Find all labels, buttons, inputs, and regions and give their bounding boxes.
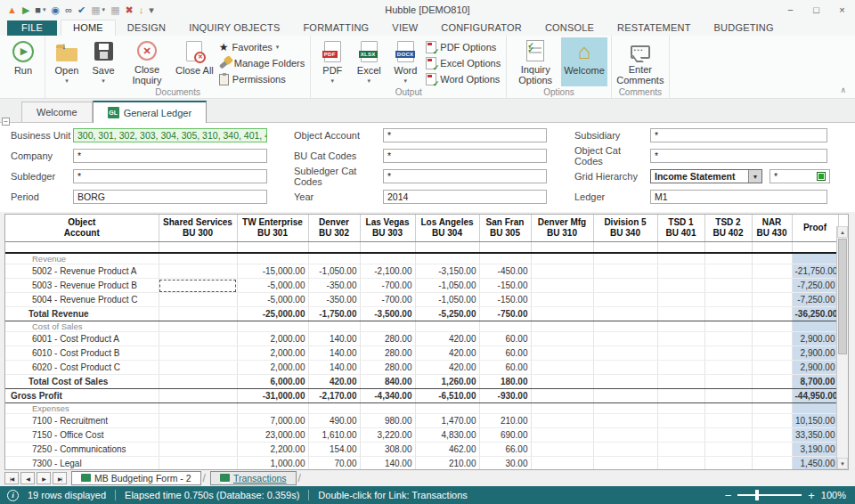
grid-cell[interactable]: -150.00 [479,279,531,293]
grid-cell[interactable]: 3,220.00 [360,428,415,443]
tab-welcome[interactable]: Welcome [21,102,93,122]
column-header-proof[interactable]: Proof [792,215,838,241]
filter-field-grid-hierarchy[interactable]: Income Statement▼ [650,169,762,183]
run-button[interactable]: ▶ Run [5,37,41,86]
grid-cell[interactable] [415,321,479,332]
grid-cell[interactable] [531,361,593,375]
grid-cell[interactable]: -700.00 [360,279,415,293]
ribbon-tab-restatement[interactable]: RESTATEMENT [606,20,702,36]
grid-cell[interactable] [792,403,838,414]
pdf-button[interactable]: PDF PDF ▾ [314,37,350,86]
welcome-button[interactable]: ⌂ Welcome [561,37,607,86]
grid-cell[interactable]: 1,610.00 [308,428,360,443]
grid-cell[interactable]: 420.00 [308,375,360,389]
grid-cell[interactable] [159,361,237,375]
close-all-button[interactable]: ✕ Close All [173,37,216,86]
grid-cell[interactable] [159,264,237,279]
grid-cell[interactable] [752,457,792,471]
grid-cell[interactable] [479,253,531,264]
grid-cell[interactable] [593,443,657,457]
permissions-button[interactable]: Permissions [219,72,305,86]
grid-cell[interactable] [704,375,752,389]
grid-cell[interactable] [657,307,704,321]
grid-cell[interactable] [415,403,479,414]
grid-cell[interactable] [593,375,657,389]
grid-cell[interactable]: -15,000.00 [237,264,308,279]
row-label[interactable]: 6010 - Cost Product B [5,346,159,361]
grid-cell[interactable]: -7,250.00 [792,279,838,293]
green-indicator-icon[interactable] [817,172,826,181]
close-inquiry-button[interactable]: ✕ Close Inquiry [122,37,172,86]
grid-cell[interactable] [531,332,593,346]
chevron-down-icon[interactable]: ▼ [748,170,761,183]
save-button[interactable]: Save ▾ [86,37,121,86]
open-button[interactable]: ↓ Open ▾ [49,37,85,86]
grid-cell[interactable] [704,293,752,307]
filter-field-year[interactable]: 2014 [383,190,547,204]
import-folder-icon[interactable]: ↓ [139,5,144,15]
grid-cell[interactable] [531,307,593,321]
grid-cell[interactable] [159,279,237,293]
grid-cell[interactable]: 462.00 [415,443,479,457]
edit-icon[interactable]: ✔ [77,5,86,15]
sheet-nav-prev-icon[interactable]: ◀ [20,472,35,484]
grid-cell[interactable] [479,403,531,414]
grid-cell[interactable] [593,293,657,307]
column-header-san-fran-bu-305[interactable]: San Fran BU 305 [479,215,531,241]
grid-cell[interactable]: 420.00 [415,332,479,346]
grid-cell[interactable]: -350.00 [308,279,360,293]
excel-options-button[interactable]: Excel Options [426,56,501,70]
grid-cell[interactable] [704,457,752,471]
filter-field-object-account[interactable]: * [383,128,547,142]
save-icon[interactable]: ■ [35,5,41,15]
grid-cell[interactable]: -1,050.00 [415,279,479,293]
grid-cell[interactable]: -1,050.00 [308,264,360,279]
column-header-tw-enterprise-bu-301[interactable]: TW Enterprise BU 301 [237,215,308,241]
grid-cell[interactable] [704,346,752,361]
grid-cell[interactable] [531,346,593,361]
grid-cell[interactable] [752,389,792,403]
grid-cell[interactable]: 420.00 [415,361,479,375]
grid-cell[interactable] [657,428,704,443]
grid-cell[interactable]: -150.00 [479,293,531,307]
ribbon-tab-budgeting[interactable]: BUDGETING [703,20,786,36]
row-label[interactable]: Expenses [5,403,159,414]
zoom-slider[interactable] [737,494,802,496]
grid-cell[interactable] [752,361,792,375]
grid-cell[interactable]: 10,150.00 [792,414,838,428]
grid-cell[interactable]: -930.00 [479,389,531,403]
grid-cell[interactable] [159,457,237,471]
grid-cell[interactable]: -44,950.00 [792,389,838,403]
grid-cell[interactable] [657,361,704,375]
grid-cell[interactable] [704,279,752,293]
grid-cell[interactable] [657,346,704,361]
grid-cell[interactable] [159,428,237,443]
grid-cell[interactable]: 840.00 [360,375,415,389]
grid-cell[interactable] [531,264,593,279]
grid-cell[interactable]: 2,900.00 [792,361,838,375]
qat-menu-icon[interactable]: ▾ [149,5,154,15]
row-label[interactable]: 5004 - Revenue Product C [5,293,159,307]
grid-cell[interactable] [531,375,593,389]
grid-cell[interactable]: 308.00 [360,443,415,457]
grid-cell[interactable] [593,403,657,414]
ribbon-tab-home[interactable]: HOME [61,20,116,36]
grid-cell[interactable] [752,414,792,428]
grid-cell[interactable]: 60.00 [479,332,531,346]
grid-cell[interactable] [752,346,792,361]
grid-cell[interactable] [657,279,704,293]
grid-cell[interactable] [531,321,593,332]
grid-cell[interactable] [360,321,415,332]
grid-cell[interactable]: -1,750.00 [308,307,360,321]
grid-cell[interactable]: 4,830.00 [415,428,479,443]
grid-cell[interactable]: 280.00 [360,332,415,346]
grid-cell[interactable] [704,332,752,346]
grid-cell[interactable] [159,389,237,403]
grid-cell[interactable]: -450.00 [479,264,531,279]
grid-cell[interactable]: -2,100.00 [360,264,415,279]
scroll-down-icon[interactable]: ▼ [837,458,848,469]
grid-cell[interactable] [593,457,657,471]
grid-cell[interactable] [704,403,752,414]
grid-cell[interactable]: 2,900.00 [792,332,838,346]
grid-cell[interactable] [704,428,752,443]
